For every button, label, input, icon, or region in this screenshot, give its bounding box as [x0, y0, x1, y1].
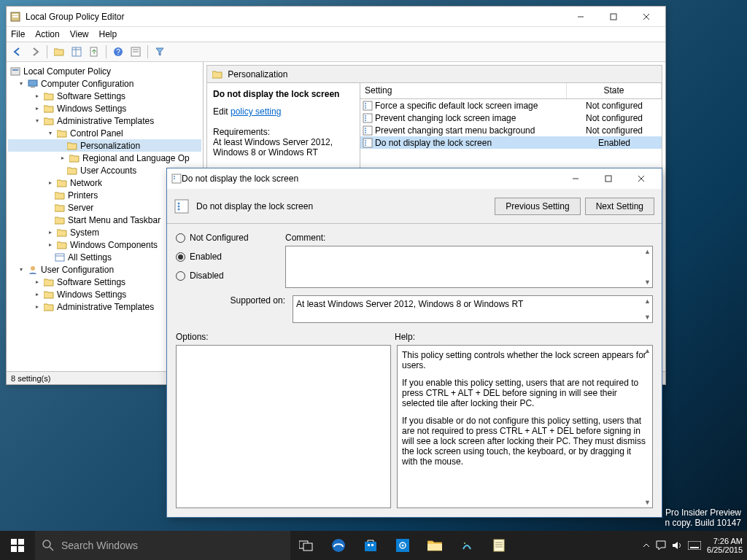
search-placeholder: Search Windows	[61, 540, 138, 551]
volume-icon[interactable]	[672, 540, 682, 551]
minimize-button[interactable]	[564, 7, 597, 26]
comment-textarea[interactable]: ▲▼	[285, 246, 653, 288]
close-button[interactable]	[630, 7, 662, 26]
filter-icon[interactable]	[152, 44, 168, 60]
app-icon	[9, 11, 21, 23]
menu-help[interactable]: Help	[99, 29, 117, 39]
taskbar-edge-icon[interactable]	[322, 531, 355, 560]
chevron-right-icon[interactable]: ▸	[33, 104, 41, 112]
svg-point-38	[365, 144, 366, 146]
dialog-heading-icon	[174, 199, 189, 214]
svg-rect-17	[12, 69, 18, 71]
export-icon[interactable]	[86, 44, 102, 60]
folder-up-icon[interactable]	[51, 44, 67, 60]
taskbar-notepad-icon[interactable]	[483, 531, 515, 560]
taskbar-clock[interactable]: 7:26 AM 6/25/2015	[707, 537, 743, 554]
svg-point-64	[402, 545, 404, 547]
dialog-close-button[interactable]	[624, 168, 657, 189]
taskbar-explorer-icon[interactable]	[419, 531, 451, 560]
svg-point-40	[174, 176, 175, 177]
system-tray[interactable]: 7:26 AM 6/25/2015	[643, 531, 747, 560]
chevron-right-icon[interactable]: ▸	[58, 154, 66, 162]
supported-textbox: At least Windows Server 2012, Windows 8 …	[293, 295, 653, 323]
properties-icon[interactable]	[128, 44, 144, 60]
list-item[interactable]: Prevent changing lock screen imageNot co…	[360, 112, 662, 124]
list-item[interactable]: Prevent changing start menu backgroundNo…	[360, 124, 662, 136]
radio-checked-icon	[176, 252, 185, 262]
next-setting-button[interactable]: Next Setting	[585, 198, 654, 215]
svg-rect-61	[371, 544, 374, 546]
menu-view[interactable]: View	[70, 29, 89, 39]
chevron-right-icon[interactable]: ▸	[33, 92, 41, 100]
svg-point-29	[365, 117, 366, 119]
radio-not-configured[interactable]: Not Configured	[176, 233, 278, 243]
dialog-minimize-button[interactable]	[559, 168, 592, 189]
tree-software-settings[interactable]: ▸Software Settings	[8, 90, 201, 102]
help-icon[interactable]: ?	[110, 44, 126, 60]
menu-file[interactable]: File	[11, 29, 25, 39]
svg-point-32	[365, 128, 366, 129]
chevron-right-icon[interactable]: ▸	[46, 241, 54, 249]
tree-personalization[interactable]: Personalization	[8, 139, 201, 152]
svg-rect-16	[11, 68, 20, 75]
svg-rect-52	[11, 546, 17, 552]
edit-policy-link[interactable]: policy setting	[231, 106, 281, 117]
tree-admin-templates[interactable]: ▾Administrative Templates	[8, 114, 201, 127]
tree-windows-settings[interactable]: ▸Windows Settings	[8, 102, 201, 114]
chevron-right-icon[interactable]: ▸	[46, 179, 54, 187]
chevron-right-icon[interactable]: ▸	[33, 303, 41, 311]
svg-rect-1	[12, 14, 18, 15]
maximize-button[interactable]	[597, 7, 630, 26]
search-input[interactable]: Search Windows	[35, 531, 290, 560]
tree-root[interactable]: Local Computer Policy	[8, 65, 201, 77]
taskbar-settings-icon[interactable]	[387, 531, 419, 560]
tray-chevron-up-icon[interactable]	[643, 542, 650, 549]
taskbar-store-icon[interactable]	[355, 531, 387, 560]
setting-icon	[362, 100, 374, 112]
tree-control-panel[interactable]: ▾Control Panel	[8, 127, 201, 139]
list-item[interactable]: Force a specific default lock screen ima…	[360, 99, 662, 112]
chevron-down-icon[interactable]: ▾	[17, 79, 25, 88]
titlebar[interactable]: Local Group Policy Editor	[7, 7, 665, 27]
svg-line-55	[50, 547, 53, 551]
options-pane	[176, 345, 391, 508]
chevron-right-icon[interactable]: ▸	[33, 278, 41, 286]
svg-point-22	[31, 266, 35, 271]
setting-icon	[362, 137, 374, 149]
chevron-down-icon[interactable]: ▾	[33, 117, 41, 125]
help-label: Help:	[395, 332, 415, 342]
chevron-down-icon[interactable]: ▾	[46, 129, 54, 137]
svg-rect-23	[363, 101, 372, 110]
svg-rect-50	[11, 539, 17, 545]
column-setting[interactable]: Setting	[360, 83, 567, 98]
tree-regional-language[interactable]: ▸Regional and Language Op	[8, 152, 201, 164]
details-icon[interactable]	[69, 44, 85, 60]
keyboard-icon[interactable]	[688, 541, 701, 550]
help-pane[interactable]: This policy setting controls whether the…	[397, 345, 653, 508]
svg-rect-35	[363, 139, 372, 147]
tree-computer-config[interactable]: ▾Computer Configuration	[8, 77, 201, 90]
svg-rect-18	[28, 80, 37, 86]
svg-point-37	[365, 142, 366, 144]
back-button[interactable]	[9, 44, 26, 60]
dialog-maximize-button[interactable]	[592, 168, 624, 189]
previous-setting-button[interactable]: Previous Setting	[495, 198, 580, 215]
radio-enabled[interactable]: Enabled	[176, 252, 278, 262]
taskbar-app-icon[interactable]	[451, 531, 483, 560]
svg-rect-53	[18, 546, 24, 552]
chevron-right-icon[interactable]: ▸	[46, 228, 54, 236]
chevron-down-icon[interactable]: ▾	[17, 265, 25, 273]
task-view-button[interactable]	[290, 531, 322, 560]
state-radio-group: Not Configured Enabled Disabled	[176, 233, 278, 288]
forward-button[interactable]	[27, 44, 43, 60]
list-item[interactable]: Do not display the lock screenEnabled	[360, 136, 662, 149]
start-button[interactable]	[0, 531, 35, 560]
dialog-titlebar[interactable]: Do not display the lock screen	[167, 168, 662, 189]
action-center-icon[interactable]	[656, 540, 666, 551]
svg-rect-51	[18, 539, 24, 545]
chevron-right-icon[interactable]: ▸	[33, 290, 41, 298]
menu-action[interactable]: Action	[35, 29, 59, 39]
svg-point-54	[43, 540, 50, 548]
column-state[interactable]: State	[567, 83, 662, 98]
radio-disabled[interactable]: Disabled	[176, 271, 278, 281]
